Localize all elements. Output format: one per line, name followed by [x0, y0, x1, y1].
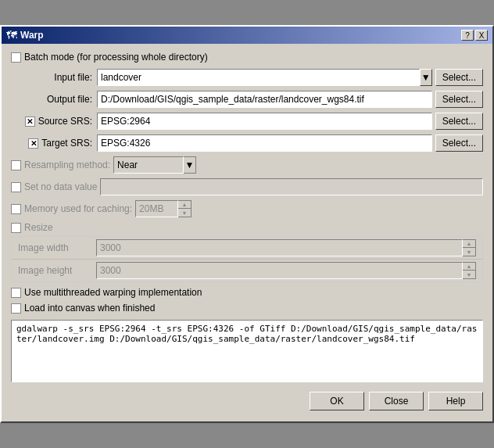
multithreaded-row: Use multithreaded warping implementation [11, 287, 483, 298]
output-file-label: Output file: [11, 94, 97, 105]
multithreaded-checkbox[interactable] [11, 288, 21, 298]
window-title: Warp [20, 30, 44, 41]
command-text: gdalwarp -s_srs EPSG:2964 -t_srs EPSG:43… [16, 324, 477, 344]
memory-label: Memory used for caching: [24, 203, 132, 214]
load-canvas-label: Load into canvas when finished [24, 303, 155, 314]
image-height-spinbox-container: ▲ ▼ [96, 262, 476, 279]
image-width-up: ▲ [463, 240, 475, 248]
input-file-dropdown[interactable]: landcover [97, 69, 420, 86]
close-title-btn[interactable]: X [475, 30, 488, 41]
image-width-arrows: ▲ ▼ [463, 239, 476, 256]
input-file-label: Input file: [11, 72, 97, 83]
source-srs-row: Source SRS: Select... [11, 113, 483, 130]
image-height-arrows: ▲ ▼ [463, 262, 476, 279]
target-srs-select-btn[interactable]: Select... [435, 134, 483, 152]
batch-label: Batch mode (for processing whole directo… [24, 52, 208, 63]
image-height-label: Image height [18, 265, 96, 276]
output-file-row: Output file: Select... [11, 91, 483, 108]
help-title-btn[interactable]: ? [461, 30, 474, 41]
resize-section: Resize Image width ▲ ▼ Image height [11, 222, 483, 282]
memory-spinbox-container: ▲ ▼ [135, 200, 192, 217]
memory-checkbox[interactable] [11, 204, 21, 214]
multithreaded-label: Use multithreaded warping implementation [24, 287, 202, 298]
source-srs-input[interactable] [97, 113, 432, 130]
source-srs-checkbox[interactable] [25, 116, 35, 127]
resampling-row: Resampling method: Near ▼ [11, 156, 483, 174]
title-bar: 🗺 Warp ? X [2, 27, 492, 44]
source-srs-label: Source SRS: [38, 116, 92, 127]
ok-button[interactable]: OK [310, 392, 364, 410]
button-row: OK Close Help [11, 389, 483, 414]
no-data-checkbox[interactable] [11, 182, 21, 192]
dialog-content: Batch mode (for processing whole directo… [2, 44, 492, 421]
resampling-dropdown-container: Near ▼ [113, 156, 196, 174]
memory-spinbox-arrows: ▲ ▼ [178, 200, 192, 217]
no-data-input [100, 178, 483, 195]
memory-spinbox-up: ▲ [178, 201, 191, 209]
command-box: gdalwarp -s_srs EPSG:2964 -t_srs EPSG:43… [11, 320, 483, 382]
batch-checkbox[interactable] [11, 52, 21, 63]
resampling-checkbox[interactable] [11, 160, 21, 170]
target-srs-row: Target SRS: Select... [11, 134, 483, 152]
resize-header: Resize [11, 222, 483, 233]
image-height-up: ▲ [463, 263, 475, 271]
load-canvas-checkbox[interactable] [11, 303, 21, 314]
image-height-down: ▼ [463, 271, 475, 278]
batch-row: Batch mode (for processing whole directo… [11, 52, 483, 63]
output-file-select-btn[interactable]: Select... [435, 91, 483, 108]
resize-label: Resize [24, 222, 53, 233]
target-srs-checkbox[interactable] [28, 138, 38, 149]
source-srs-select-btn[interactable]: Select... [435, 113, 483, 130]
resize-sub-rows: Image width ▲ ▼ Image height ▲ [11, 236, 483, 282]
title-bar-left: 🗺 Warp [6, 29, 44, 41]
close-button[interactable]: Close [369, 392, 424, 410]
memory-spinbox [135, 200, 178, 217]
no-data-label: Set no data value [24, 181, 97, 192]
image-height-row: Image height ▲ ▼ [12, 260, 482, 281]
input-file-value: landcover [101, 72, 141, 83]
resampling-label: Resampling method: [24, 159, 110, 170]
image-width-label: Image width [18, 242, 96, 253]
image-width-spinbox-container: ▲ ▼ [96, 239, 476, 256]
resize-checkbox[interactable] [11, 223, 21, 233]
window-icon: 🗺 [6, 29, 17, 41]
resampling-arrow[interactable]: ▼ [184, 156, 196, 174]
input-file-row: Input file: landcover ▼ Select... [11, 69, 483, 86]
image-width-down: ▼ [463, 248, 475, 256]
target-srs-input[interactable] [97, 134, 432, 152]
image-width-input [96, 239, 463, 256]
memory-spinbox-down: ▼ [178, 209, 191, 217]
input-file-dropdown-arrow[interactable]: ▼ [420, 69, 432, 86]
resampling-value: Near [117, 159, 138, 170]
target-srs-label: Target SRS: [41, 138, 92, 149]
no-data-row: Set no data value [11, 178, 483, 195]
help-button[interactable]: Help [428, 392, 483, 410]
output-file-input[interactable] [97, 91, 432, 108]
input-file-select-btn[interactable]: Select... [435, 69, 483, 86]
warp-dialog: 🗺 Warp ? X Batch mode (for processing wh… [0, 25, 494, 423]
memory-row: Memory used for caching: ▲ ▼ [11, 200, 483, 217]
load-canvas-row: Load into canvas when finished [11, 303, 483, 314]
title-buttons: ? X [461, 30, 488, 41]
image-width-row: Image width ▲ ▼ [12, 237, 482, 260]
resampling-select[interactable]: Near [113, 156, 184, 174]
image-height-input [96, 262, 463, 279]
